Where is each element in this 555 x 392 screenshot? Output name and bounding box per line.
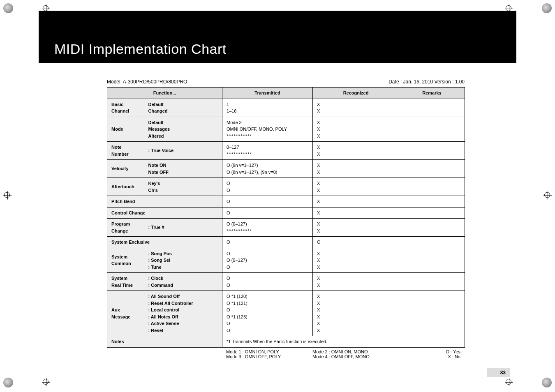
recognized-cell: X X X <box>313 117 399 142</box>
mode3-label: Mode 3 : OMNI OFF, POLY <box>226 354 312 359</box>
recognized-cell: X X <box>313 219 399 237</box>
function-sub-cell: Note ON Note OFF <box>144 160 222 178</box>
function-cell: Note Number <box>107 142 144 160</box>
registration-mark-bottom-right <box>542 378 552 389</box>
notes-cell: *1 Transmits When the Panic function is … <box>222 336 465 348</box>
registration-target-bottom-left <box>42 378 50 387</box>
transmitted-cell: 1 1–16 <box>222 99 313 117</box>
function-cell: System Real Time <box>107 273 144 291</box>
remarks-cell <box>399 248 465 273</box>
transmitted-cell: O <box>222 196 313 208</box>
model-label: Model: A-300PRO/500PRO/800PRO <box>107 79 187 85</box>
registration-target-right <box>543 191 552 201</box>
registration-mark-bottom-left <box>3 378 13 389</box>
transmitted-cell: Mode 3 OMNI ON/OFF, MONO, POLY *********… <box>222 117 313 142</box>
function-sub-cell: Key's Ch's <box>144 178 222 196</box>
function-sub-cell: : Clock : Command <box>144 273 222 291</box>
mode4-label: Mode 4 : OMNI OFF, MONO <box>312 354 403 359</box>
remarks-cell <box>399 237 465 248</box>
registration-target-left <box>3 191 12 201</box>
function-cell: System Common <box>107 248 144 273</box>
registration-target-bottom-right <box>505 378 513 387</box>
crop-mark <box>517 379 517 392</box>
transmitted-cell: O *1 (120) O *1 (121) O O *1 (123) O O <box>222 291 313 336</box>
function-cell: Aux Message <box>107 291 144 336</box>
remarks-cell <box>399 291 465 336</box>
recognized-cell: X X <box>313 99 399 117</box>
transmitted-cell: O O <box>222 273 313 291</box>
crop-mark <box>15 382 35 382</box>
remarks-cell <box>399 178 465 196</box>
registration-mark-top-right <box>542 3 552 14</box>
remarks-cell <box>399 117 465 142</box>
recognized-cell: X X X <box>313 248 399 273</box>
remarks-cell <box>399 207 465 219</box>
recognized-cell: X X <box>313 160 399 178</box>
function-sub-cell: : All Sound Off : Reset All Controller :… <box>144 291 222 336</box>
remarks-cell <box>399 99 465 117</box>
footer-legend: Mode 1 : OMNI ON, POLY Mode 3 : OMNI OFF… <box>107 349 465 359</box>
function-sub-cell: : True Voice <box>144 142 222 160</box>
recognized-cell: X X X X X X <box>313 291 399 336</box>
function-sub-cell: : Song Pos : Song Sel : Tune <box>144 248 222 273</box>
crop-mark <box>520 382 540 382</box>
o-yes-label: O : Yes <box>403 349 460 354</box>
remarks-cell <box>399 273 465 291</box>
crop-mark <box>520 10 540 10</box>
function-cell: Aftertouch <box>107 178 144 196</box>
content-area: Model: A-300PRO/500PRO/800PRO Date : Jan… <box>107 79 465 359</box>
transmitted-cell: O (0–127) ************** <box>222 219 313 237</box>
recognized-cell: X X <box>313 178 399 196</box>
x-no-label: X : No <box>403 354 460 359</box>
crop-mark <box>15 10 35 10</box>
transmitted-cell: O (9n v=1–127) O (8n v=1–127), (9n v=0) <box>222 160 313 178</box>
crop-mark <box>38 379 38 392</box>
header-recognized: Recognized <box>313 88 399 99</box>
mode2-label: Mode 2 : OMNI ON, MONO <box>312 349 403 354</box>
function-sub-cell: Default Changed <box>144 99 222 117</box>
function-cell: System Exclusive <box>107 237 222 248</box>
function-cell: Basic Channel <box>107 99 144 117</box>
remarks-cell <box>399 142 465 160</box>
function-cell: Velocity <box>107 160 144 178</box>
date-version: Date : Jan. 16, 2010 Version : 1.00 <box>388 79 465 85</box>
function-cell: Program Change <box>107 219 144 237</box>
transmitted-cell: O O (0–127) O <box>222 248 313 273</box>
recognized-cell: X X <box>313 142 399 160</box>
page-title: MIDI Implementation Chart <box>54 41 227 57</box>
transmitted-cell: O O <box>222 178 313 196</box>
transmitted-cell: 0–127 ************** <box>222 142 313 160</box>
recognized-cell: X <box>313 196 399 208</box>
page-number: 83 <box>487 368 510 377</box>
function-sub-cell: Default Messages Altered <box>144 117 222 142</box>
recognized-cell: X <box>313 207 399 219</box>
registration-mark-top-left <box>3 3 13 14</box>
header-transmitted: Transmitted <box>222 88 313 99</box>
function-cell: Pitch Bend <box>107 196 222 208</box>
transmitted-cell: O <box>222 207 313 219</box>
recognized-cell: O <box>313 237 399 248</box>
function-cell: Control Change <box>107 207 222 219</box>
transmitted-cell: O <box>222 237 313 248</box>
function-sub-cell: : True # <box>144 219 222 237</box>
function-cell: Notes <box>107 336 222 348</box>
remarks-cell <box>399 160 465 178</box>
crop-mark <box>517 0 517 13</box>
mode1-label: Mode 1 : OMNI ON, POLY <box>226 349 312 354</box>
midi-chart-table: Function... Transmitted Recognized Remar… <box>107 87 465 348</box>
remarks-cell <box>399 219 465 237</box>
recognized-cell: X X <box>313 273 399 291</box>
header-remarks: Remarks <box>399 88 465 99</box>
header-row: Model: A-300PRO/500PRO/800PRO Date : Jan… <box>107 79 465 85</box>
remarks-cell <box>399 196 465 208</box>
function-cell: Mode <box>107 117 144 142</box>
header-function: Function... <box>107 88 222 99</box>
crop-mark <box>38 0 38 13</box>
